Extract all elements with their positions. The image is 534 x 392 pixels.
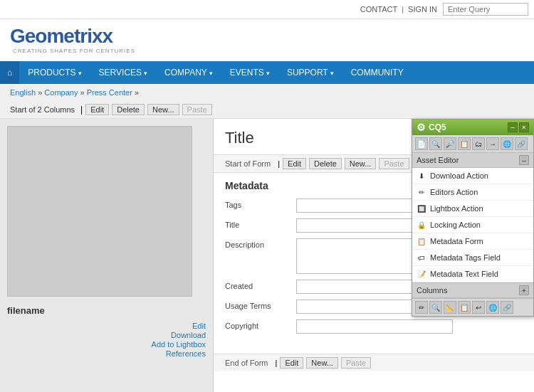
nav-services-label: SERVICES: [99, 68, 142, 78]
cq5-bottom-measure-icon[interactable]: 📐: [444, 301, 456, 314]
logo-tagline: CREATING SHAPES FOR CENTURIES: [13, 48, 135, 54]
logo-area: Geometrixx CREATING SHAPES FOR CENTURIES: [0, 19, 534, 61]
list-item-lightbox[interactable]: 🔲 Lightbox Action: [412, 201, 533, 217]
signin-link[interactable]: SIGN IN: [408, 5, 437, 14]
nav-company[interactable]: COMPANY ▾: [156, 61, 221, 84]
form-label-title: Title: [225, 218, 289, 229]
cq5-tool-folder[interactable]: 🗂: [472, 137, 485, 150]
nav-community-label: COMMUNITY: [351, 68, 404, 78]
form-start-label: Start of Form: [225, 159, 271, 168]
file-edit-link[interactable]: Edit: [192, 322, 206, 330]
file-download-link[interactable]: Download: [171, 331, 206, 339]
file-lightbox-link[interactable]: Add to Lightbox: [152, 340, 206, 349]
editors-action-icon: ✏: [417, 187, 426, 197]
cq5-tool-copy[interactable]: 📄: [415, 137, 428, 150]
cq5-title-bar: ⚙ CQ5 – ×: [412, 120, 533, 135]
nav-services-arrow: ▾: [144, 70, 147, 77]
top-bar: CONTACT | SIGN IN: [0, 0, 534, 19]
cq5-bottom-globe-icon[interactable]: 🌐: [486, 301, 499, 314]
breadcrumb-english[interactable]: English: [10, 88, 36, 97]
nav-bar: ⌂ PRODUCTS ▾ SERVICES ▾ COMPANY ▾ EVENTS…: [0, 61, 534, 84]
image-placeholder: [7, 126, 192, 297]
cq5-bottom-search-icon[interactable]: 🔍: [429, 301, 442, 314]
nav-products-arrow: ▾: [78, 70, 82, 77]
left-column: filename Edit Download Add to Lightbox R…: [0, 119, 214, 392]
form-paste-button[interactable]: Paste: [379, 158, 409, 169]
paste-button[interactable]: Paste: [182, 104, 212, 115]
top-bar-links: CONTACT | SIGN IN: [360, 5, 437, 14]
form-end-edit-button[interactable]: Edit: [280, 357, 303, 369]
cq5-asset-editor-label: Asset Editor: [417, 156, 459, 164]
list-item-locking[interactable]: 🔒 Locking Action: [412, 217, 533, 233]
cq5-top-toolbar: 📄 🔍 🔎 📋 🗂 → 🌐 🔗: [412, 135, 533, 153]
logo: Geometrixx CREATING SHAPES FOR CENTURIES: [10, 25, 135, 57]
file-actions: Edit Download Add to Lightbox References: [7, 322, 206, 358]
form-label-created: Created: [225, 280, 289, 290]
cq5-close-button[interactable]: ×: [519, 122, 529, 132]
search-input[interactable]: [443, 3, 528, 16]
cq5-bottom-paste-icon[interactable]: 📋: [458, 301, 471, 314]
list-item-download[interactable]: ⬇ Download Action: [412, 168, 533, 184]
cq5-tool-globe[interactable]: 🌐: [501, 137, 513, 150]
cq5-section-collapse-button[interactable]: –: [519, 155, 529, 165]
cq5-tool-search[interactable]: 🔍: [429, 137, 442, 150]
cq5-tool-zoom[interactable]: 🔎: [444, 137, 456, 150]
section-label: Start of 2 Columns: [10, 105, 75, 114]
download-action-icon: ⬇: [417, 171, 426, 181]
logo-text: Geometrixx: [10, 25, 135, 48]
edit-button[interactable]: Edit: [85, 104, 109, 115]
cq5-gear-icon: ⚙: [417, 122, 426, 133]
cq5-bottom-edit-icon[interactable]: ✏: [415, 301, 428, 314]
nav-services[interactable]: SERVICES ▾: [90, 61, 156, 84]
form-input-copyright[interactable]: [296, 319, 453, 334]
list-item-download-label: Download Action: [430, 171, 488, 180]
main-content: filename Edit Download Add to Lightbox R…: [0, 119, 534, 392]
cq5-tool-paste[interactable]: 📋: [458, 137, 471, 150]
form-delete-button[interactable]: Delete: [309, 158, 342, 169]
nav-products-label: PRODUCTS: [28, 68, 75, 78]
nav-support[interactable]: SUPPORT ▾: [278, 61, 342, 84]
nav-home[interactable]: ⌂: [0, 61, 19, 84]
cq5-items-list: ⬇ Download Action ✏ Editors Action 🔲 Lig…: [412, 168, 533, 282]
list-item-metadata-tags[interactable]: 🏷 Metadata Tags Field: [412, 250, 533, 266]
nav-products[interactable]: PRODUCTS ▾: [19, 61, 90, 84]
nav-events[interactable]: EVENTS ▾: [221, 61, 278, 84]
contact-link[interactable]: CONTACT: [360, 5, 397, 14]
cq5-tool-link[interactable]: 🔗: [515, 137, 528, 150]
list-item-editors-label: Editors Action: [430, 188, 478, 196]
form-end-label: End of Form: [225, 359, 268, 367]
list-item-metadata-text[interactable]: 📝 Metadata Text Field: [412, 266, 533, 282]
delete-button[interactable]: Delete: [112, 104, 145, 115]
breadcrumb: English » Company » Press Center »: [0, 84, 534, 101]
cq5-minimize-button[interactable]: –: [508, 122, 518, 132]
list-item-metadata-tags-label: Metadata Tags Field: [430, 253, 501, 262]
list-item-metadata-text-label: Metadata Text Field: [430, 270, 498, 278]
list-item-metadata-form[interactable]: 📋 Metadata Form: [412, 233, 533, 250]
list-item-lightbox-label: Lightbox Action: [430, 204, 483, 213]
list-item-editors[interactable]: ✏ Editors Action: [412, 184, 533, 201]
breadcrumb-company[interactable]: Company: [44, 88, 78, 97]
form-edit-button[interactable]: Edit: [283, 158, 306, 169]
cq5-title: CQ5: [429, 122, 446, 132]
nav-support-arrow: ▾: [330, 70, 334, 77]
cq5-bottom-undo-icon[interactable]: ↩: [472, 301, 485, 314]
cq5-title-bar-icons: – ×: [508, 122, 529, 132]
cq5-section-header: Asset Editor –: [412, 153, 533, 168]
nav-community[interactable]: COMMUNITY: [342, 61, 412, 84]
form-new-button[interactable]: New...: [345, 158, 377, 169]
cq5-columns-section: Columns + ✏ 🔍 📐 📋 ↩ 🌐 🔗: [412, 282, 533, 316]
cq5-panel: ⚙ CQ5 – × 📄 🔍 🔎 📋 🗂 → 🌐 🔗 Asset Editor –: [412, 119, 534, 317]
cq5-bottom-link-icon[interactable]: 🔗: [501, 301, 513, 314]
cq5-tool-arrow[interactable]: →: [486, 137, 499, 150]
form-end-paste-button[interactable]: Paste: [341, 357, 371, 369]
list-item-metadata-form-label: Metadata Form: [430, 237, 483, 245]
cq5-columns-add-button[interactable]: +: [519, 285, 529, 295]
form-end-new-button[interactable]: New...: [306, 357, 338, 369]
form-label-usage: Usage Terms: [225, 300, 289, 310]
breadcrumb-press-center[interactable]: Press Center: [87, 88, 132, 97]
home-icon: ⌂: [7, 68, 12, 78]
nav-support-label: SUPPORT: [287, 68, 328, 78]
file-references-link[interactable]: References: [166, 349, 206, 358]
new-button[interactable]: New...: [147, 104, 179, 115]
form-label-copyright: Copyright: [225, 319, 289, 330]
